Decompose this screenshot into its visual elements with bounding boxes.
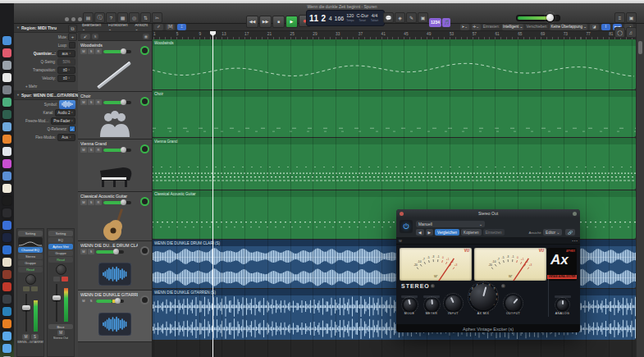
mini-button[interactable]	[31, 286, 38, 291]
macos-dock[interactable]	[0, 3, 14, 357]
plugin-slot[interactable]: EQ	[48, 237, 73, 243]
setting-button[interactable]: Setting	[48, 231, 73, 236]
crossfade-icon[interactable]: ◪	[590, 24, 599, 30]
fader-cap[interactable]	[22, 305, 30, 310]
volume-slider[interactable]	[96, 250, 124, 254]
pencil-icon[interactable]: ✎	[406, 12, 417, 23]
volume-knob[interactable]	[121, 99, 126, 105]
checkbox[interactable]: ✓	[69, 126, 75, 132]
region-midi[interactable]: Woodwinds	[152, 39, 636, 89]
dock-app-23-icon[interactable]	[2, 307, 11, 316]
volume-slider[interactable]	[103, 149, 131, 152]
analog-switch[interactable]	[555, 295, 571, 298]
meter-knob[interactable]	[426, 299, 438, 311]
track-header-2[interactable]: ChoirMSR	[78, 92, 152, 140]
record-enable-button[interactable]: R	[95, 48, 102, 54]
compare-button[interactable]: Vergleichen	[435, 229, 459, 236]
paste-button[interactable]: Einsetzen	[483, 229, 505, 236]
mute-button[interactable]: M	[80, 249, 87, 254]
dock-app-18-icon[interactable]	[2, 245, 11, 254]
close-icon[interactable]	[65, 17, 69, 21]
tuner-icon[interactable]: ◈	[395, 12, 405, 23]
plugin-power-button[interactable]: ⏻	[400, 220, 413, 233]
folder-icon[interactable]	[2, 332, 11, 341]
drag-menu[interactable]: Keine Überlappung ⌄	[550, 24, 587, 30]
stepper-icon[interactable]: ⇕	[71, 111, 73, 114]
value-field[interactable]: aus⇕	[57, 50, 75, 57]
note-pads-icon[interactable]: ▣	[626, 12, 637, 23]
value-field[interactable]: ±0⇕	[57, 75, 75, 82]
input-knob[interactable]	[445, 295, 461, 311]
minimize-icon[interactable]	[71, 17, 75, 21]
apple-loops-icon[interactable]: ◯	[614, 27, 625, 38]
volume-knob[interactable]	[113, 249, 119, 254]
group-slot[interactable]: Gruppe	[48, 250, 73, 256]
quick-help-icon[interactable]: ?	[106, 12, 116, 23]
pan-knob[interactable]	[140, 144, 149, 153]
final-cut-icon[interactable]	[2, 208, 11, 217]
channel-strip[interactable]: SettingChannel EQStereoGruppeReadMSWENN.…	[16, 228, 44, 357]
mute-button[interactable]: M	[80, 99, 87, 105]
solo-button[interactable]: S	[88, 199, 94, 205]
dock-app-3-icon[interactable]	[2, 61, 11, 70]
catch-button[interactable]: ⧉	[68, 25, 77, 33]
mute-button[interactable]: M	[80, 147, 87, 153]
inspector-icon[interactable]: ⓘ	[94, 12, 105, 23]
playhead[interactable]	[212, 31, 213, 357]
dock-app-6-icon[interactable]	[2, 98, 11, 107]
track-symbol-button[interactable]	[59, 100, 75, 109]
dock-app-4-icon[interactable]	[2, 73, 11, 82]
dock-app-5-icon[interactable]	[2, 85, 11, 94]
dock-app-19-icon[interactable]	[2, 258, 11, 267]
master-volume-knob[interactable]	[546, 14, 554, 21]
view-menu[interactable]: Editor ⌄	[543, 229, 562, 236]
preset-menu[interactable]: Manuell⌄	[416, 221, 485, 227]
master-volume-slider[interactable]	[516, 15, 560, 21]
notes-icon[interactable]: 💬	[383, 12, 394, 23]
pan-knob[interactable]	[140, 295, 149, 304]
volume-knob[interactable]	[121, 199, 126, 205]
solo-button[interactable]: S	[88, 48, 94, 54]
command-tool-menu[interactable]: ✛⌄	[472, 24, 481, 30]
value-field[interactable]: Aus⇕	[57, 134, 75, 141]
dock-app-1-icon[interactable]	[2, 36, 11, 45]
solo-button[interactable]: S	[88, 99, 94, 105]
dock-app-12-icon[interactable]	[2, 172, 11, 181]
plugin-close-icon[interactable]	[400, 212, 404, 216]
photos-icon[interactable]	[2, 159, 11, 168]
value-field[interactable]: 50%	[57, 58, 75, 66]
automation-button[interactable]: Read	[18, 267, 43, 272]
stepper-icon[interactable]: ⇕	[69, 135, 71, 139]
browsers-icon[interactable]: ♬	[626, 27, 637, 38]
folder-icon[interactable]	[2, 344, 11, 353]
editors-icon[interactable]: ✂	[152, 12, 162, 23]
pan-knob[interactable]	[140, 246, 149, 255]
rewind-button[interactable]: ◀◀	[246, 16, 258, 28]
track-header-6[interactable]: WENN DIE DUNKLE GITARRENMS	[78, 291, 152, 342]
output-knob[interactable]	[505, 295, 521, 311]
mini-button[interactable]	[53, 277, 60, 281]
solo-mode-icon[interactable]: ▣	[418, 12, 428, 23]
analog-knob[interactable]	[557, 300, 568, 310]
count-in-button[interactable]: 1234	[429, 18, 441, 27]
pan-knob[interactable]	[140, 197, 149, 206]
volume-slider[interactable]	[103, 101, 131, 104]
volume-knob[interactable]	[121, 48, 126, 54]
prev-preset-button[interactable]: ◀	[416, 229, 424, 236]
lcd-display[interactable]: 11 2 4 166 120Tempo C-DurTonart 4/4Takta…	[306, 10, 385, 26]
dock-app-21-icon[interactable]	[2, 282, 11, 291]
mute-button[interactable]: M	[22, 334, 30, 340]
mode-knob[interactable]	[404, 299, 416, 311]
channel-strip[interactable]: SettingEQAphex VintGruppeReadBnceMStereo…	[47, 228, 75, 357]
volume-slider[interactable]	[96, 300, 124, 303]
solo-off-button[interactable]: S	[92, 34, 98, 39]
vertical-scrollbar[interactable]	[636, 23, 644, 357]
dock-app-20-icon[interactable]	[2, 270, 11, 279]
plugin-link-dot-icon[interactable]	[573, 212, 577, 216]
value-field[interactable]: Pre-Fader⇕	[51, 117, 75, 125]
pointer-tool-menu[interactable]: ➤⌄	[460, 24, 469, 30]
add-track-button[interactable]: +	[68, 33, 77, 41]
dock-app-2-icon[interactable]	[2, 48, 11, 57]
fader-zone[interactable]	[18, 292, 43, 333]
dock-app-24-icon[interactable]	[2, 319, 11, 328]
